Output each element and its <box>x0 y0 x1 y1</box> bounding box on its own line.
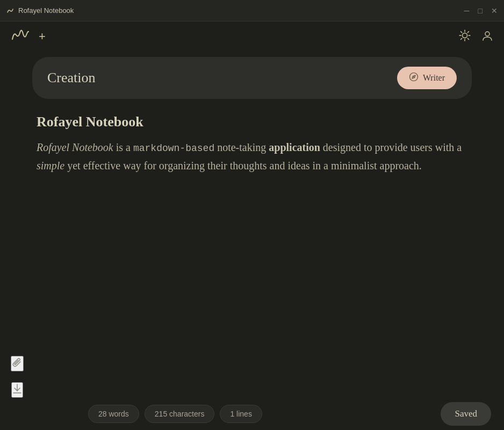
svg-line-5 <box>461 31 462 32</box>
toolbar: + <box>0 22 504 52</box>
note-heading: Rofayel Notebook <box>37 114 467 130</box>
logo-icon <box>11 27 30 46</box>
svg-line-8 <box>461 38 462 39</box>
note-body: Rofayel Notebook is a markdown-based not… <box>37 139 467 175</box>
note-italic-simple: simple <box>37 160 64 171</box>
writer-button-label: Writer <box>423 73 445 83</box>
note-title-container: Writer <box>32 57 472 99</box>
close-button[interactable]: ✕ <box>491 7 498 15</box>
stats-container: 28 words 215 characters 1 lines <box>88 405 262 423</box>
logo-svg <box>11 27 30 42</box>
download-button[interactable] <box>11 382 23 398</box>
note-italic-title: Rofayel Notebook <box>37 141 113 153</box>
download-icon <box>12 383 22 394</box>
char-count-pill: 215 characters <box>145 405 215 423</box>
note-bold: application <box>269 141 320 153</box>
left-sidebar <box>11 356 24 398</box>
theme-toggle-button[interactable] <box>459 30 471 44</box>
writer-icon <box>409 72 419 84</box>
title-bar: Rofayel Notebook ─ □ ✕ <box>0 0 504 22</box>
window-controls: ─ □ ✕ <box>464 7 498 15</box>
writer-mode-button[interactable]: Writer <box>397 67 457 89</box>
theme-icon <box>459 30 471 41</box>
note-content-area: Rofayel Notebook Rofayel Notebook is a m… <box>32 114 472 175</box>
main-content: Writer Rofayel Notebook Rofayel Notebook… <box>0 52 504 175</box>
saved-button[interactable]: Saved <box>441 402 491 426</box>
note-code: markdown-based <box>133 143 214 154</box>
title-bar-left: Rofayel Notebook <box>6 6 74 15</box>
app-icon <box>6 7 14 15</box>
user-icon <box>481 30 493 41</box>
svg-point-11 <box>413 76 414 77</box>
app-title: Rofayel Notebook <box>18 6 74 15</box>
minimize-button[interactable]: ─ <box>464 7 470 15</box>
writer-svg-icon <box>409 72 419 82</box>
svg-line-7 <box>467 31 469 32</box>
bottom-bar: 28 words 215 characters 1 lines Saved <box>0 398 504 430</box>
svg-line-6 <box>467 38 469 39</box>
word-count-pill: 28 words <box>88 405 139 423</box>
line-count-pill: 1 lines <box>220 405 262 423</box>
toolbar-left: + <box>11 27 46 46</box>
svg-point-9 <box>485 32 489 36</box>
attachment-button[interactable] <box>11 356 24 371</box>
svg-point-0 <box>463 33 467 38</box>
attachment-icon <box>12 357 23 368</box>
note-title-input[interactable] <box>47 70 235 86</box>
user-profile-button[interactable] <box>481 30 493 44</box>
toolbar-right <box>459 30 493 44</box>
add-note-button[interactable]: + <box>39 31 46 42</box>
maximize-button[interactable]: □ <box>478 7 483 15</box>
